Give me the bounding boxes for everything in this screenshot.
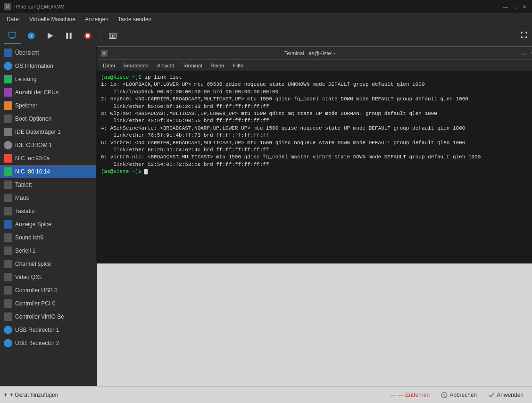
- nic-inactive-icon: [4, 154, 12, 163]
- terminal-close-btn[interactable]: ✕: [529, 50, 532, 57]
- usb-redir2-icon: [4, 339, 12, 347]
- terminal-win-controls-right: − □ ✕: [512, 50, 532, 57]
- terminal-line-1: 1: lo: <LOOPBACK,UP,LOWER_UP> mtu 65536 …: [101, 81, 532, 88]
- svg-rect-7: [70, 33, 72, 39]
- nic-active-icon: [4, 167, 12, 176]
- terminal-line-4: link/ether b0:6e:bf:16:2c:83 brd ff:ff:f…: [101, 103, 532, 110]
- serial-icon: [4, 247, 12, 255]
- svg-rect-9: [86, 34, 90, 37]
- sidebar-item-ide1[interactable]: IDE Datenträger 1: [0, 125, 96, 139]
- toolbar-snapshot-btn[interactable]: [104, 27, 121, 44]
- cpu-icon: [4, 88, 12, 97]
- terminal-line-5: 3: wlp7s0: <BROADCAST,MULTICAST,UP,LOWER…: [101, 110, 532, 117]
- sidebar-item-speicher[interactable]: Speicher: [0, 99, 96, 112]
- svg-point-12: [112, 34, 114, 36]
- sidebar-item-video[interactable]: Video QXL: [0, 271, 96, 284]
- sidebar-item-leistung[interactable]: Leistung: [0, 73, 96, 86]
- keyboard-icon: [4, 207, 12, 215]
- sidebar-item-cdrom[interactable]: IDE CDROM 1: [0, 139, 96, 152]
- sound-icon: [4, 233, 12, 242]
- terminal-maximize-btn[interactable]: □: [521, 50, 527, 57]
- sidebar-item-usb-ctrl[interactable]: Controller USB 0: [0, 284, 96, 297]
- sidebar-item-nic1[interactable]: NIC :ec:93:0a: [0, 152, 96, 165]
- terminal-body[interactable]: [as@Kiste ~]$ ip link list 1: lo: <LOOPB…: [97, 71, 532, 263]
- mem-icon: [4, 101, 12, 110]
- terminal-line-11: 6: virbr0-nic: <BROADCAST,MULTICAST> mtu…: [101, 154, 532, 161]
- video-icon: [4, 273, 12, 281]
- sidebar-item-uebersicht[interactable]: Übersicht: [0, 46, 96, 59]
- terminal-menu-datei[interactable]: Datei: [99, 62, 119, 69]
- sidebar-item-virtio-ctrl[interactable]: Controller VirtIO Se: [0, 310, 96, 323]
- terminal-menu-terminal[interactable]: Terminal: [179, 62, 206, 69]
- app-icon: M: [4, 3, 11, 10]
- titlebar: M IPfire auf QEMU/KVM — □ ✕: [0, 0, 532, 13]
- sidebar: Übersicht OS Information Leistung Anzahl…: [0, 46, 97, 386]
- sidebar-item-pci-ctrl[interactable]: Controller PCI 0: [0, 297, 96, 310]
- sidebar-item-sound[interactable]: Sound ich6: [0, 231, 96, 244]
- terminal-line-12: link/ether 52:54:00:72:53:ce brd ff:ff:f…: [101, 161, 532, 168]
- sidebar-item-cpus[interactable]: Anzahl der CPUs:: [0, 86, 96, 99]
- sidebar-item-usb-redir2[interactable]: USB Redirector 2: [0, 337, 96, 350]
- sidebar-item-seriell[interactable]: Seriell 1: [0, 244, 96, 257]
- sidebar-item-anzeige[interactable]: Anzeige Spice: [0, 218, 96, 231]
- toolbar-screen-btn[interactable]: [4, 27, 21, 44]
- svg-rect-2: [10, 38, 14, 39]
- terminal-menu-ansicht[interactable]: Ansicht: [153, 62, 178, 69]
- toolbar-info-btn[interactable]: i: [23, 27, 40, 44]
- channel-icon: [4, 260, 12, 268]
- minimize-button[interactable]: —: [502, 3, 509, 10]
- menubar: Datei Virtuelle Maschine Anzeigen Taste …: [0, 13, 532, 25]
- terminal-titlebar: ■ Terminal - as@Kiste:~ − □ ✕: [97, 47, 532, 60]
- remove-button[interactable]: — — Entfernen: [388, 390, 432, 400]
- remove-icon: —: [391, 392, 396, 398]
- boot-icon: [4, 115, 12, 123]
- window-controls: — □ ✕: [502, 3, 528, 10]
- menu-taste-senden[interactable]: Taste senden: [113, 15, 156, 24]
- sidebar-item-channel[interactable]: Channel spice: [0, 257, 96, 271]
- svg-rect-1: [11, 37, 14, 38]
- mouse-icon: [4, 194, 12, 202]
- sidebar-item-tastatur[interactable]: Tastatur: [0, 205, 96, 218]
- apply-button[interactable]: Anwenden: [485, 390, 526, 400]
- usb-ctrl-icon: [4, 286, 12, 295]
- terminal-title: Terminal - as@Kiste:~: [108, 50, 512, 56]
- sidebar-item-maus[interactable]: Maus: [0, 191, 96, 205]
- terminal-minimize-btn[interactable]: −: [512, 50, 519, 57]
- sidebar-item-usb-redir1[interactable]: USB Redirector 1: [0, 323, 96, 337]
- terminal-line-13: [as@Kiste ~]$: [101, 168, 532, 175]
- toolbar-stop-btn[interactable]: [79, 27, 96, 44]
- terminal-win-controls-left: ■: [101, 50, 108, 57]
- virtio-ctrl-icon: [4, 313, 12, 321]
- terminal-line-10: link/ether 66:2b:41:ca:62:4c brd ff:ff:f…: [101, 147, 532, 154]
- sidebar-item-os-info[interactable]: OS Information: [0, 59, 96, 73]
- maximize-button[interactable]: □: [511, 3, 519, 10]
- screen-icon: [4, 49, 12, 57]
- terminal-menu-bearbeiten[interactable]: Bearbeiten: [120, 62, 152, 69]
- ide-icon: [4, 128, 12, 136]
- terminal-menu-reiter[interactable]: Reiter: [207, 62, 228, 69]
- usb-redir1-icon: [4, 326, 12, 334]
- toolbar-fullscreen-btn[interactable]: [520, 31, 528, 41]
- display-icon: [4, 220, 12, 229]
- add-device-button[interactable]: + + Gerät hinzufügen: [0, 386, 97, 403]
- sidebar-item-nic2[interactable]: NIC :80:16:14: [0, 165, 96, 178]
- cancel-button[interactable]: Abbrechen: [438, 390, 480, 400]
- sidebar-item-boot[interactable]: Boot-Optionen: [0, 112, 96, 125]
- toolbar: i: [0, 25, 532, 46]
- terminal-menu-hilfe[interactable]: Hilfe: [229, 62, 247, 69]
- tablet-icon: [4, 181, 12, 189]
- add-device-icon: +: [4, 392, 7, 398]
- content-area: Details XML Virtuelle Netzwerkschnittste…: [97, 46, 532, 386]
- toolbar-play-btn[interactable]: [42, 27, 58, 44]
- close-button[interactable]: ✕: [521, 3, 528, 10]
- terminal-menubar: Datei Bearbeiten Ansicht Terminal Reiter…: [97, 60, 532, 71]
- menu-datei[interactable]: Datei: [2, 15, 25, 24]
- menu-anzeigen[interactable]: Anzeigen: [80, 15, 113, 24]
- toolbar-pause-btn[interactable]: [60, 27, 77, 44]
- menu-virtuelle-maschine[interactable]: Virtuelle Maschine: [25, 15, 80, 24]
- sidebar-item-tablet[interactable]: Tablett: [0, 178, 96, 191]
- terminal-line-6: link/ether 40:9f:38:55:90:55 brd ff:ff:f…: [101, 117, 532, 124]
- cdrom-icon: [4, 141, 12, 149]
- svg-rect-0: [9, 32, 16, 37]
- terminal-line-3: 2: enp6s0: <NO-CARRIER,BROADCAST,MULTICA…: [101, 96, 532, 103]
